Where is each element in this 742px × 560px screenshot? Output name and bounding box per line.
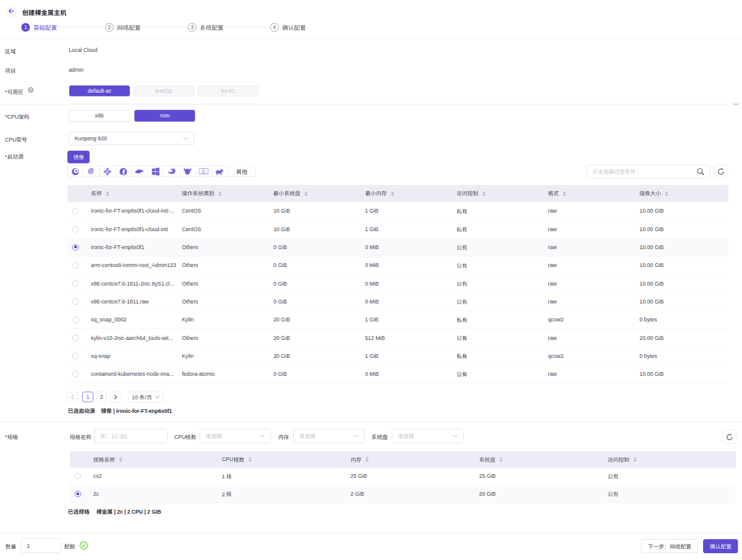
- svg-text:?: ?: [30, 88, 32, 92]
